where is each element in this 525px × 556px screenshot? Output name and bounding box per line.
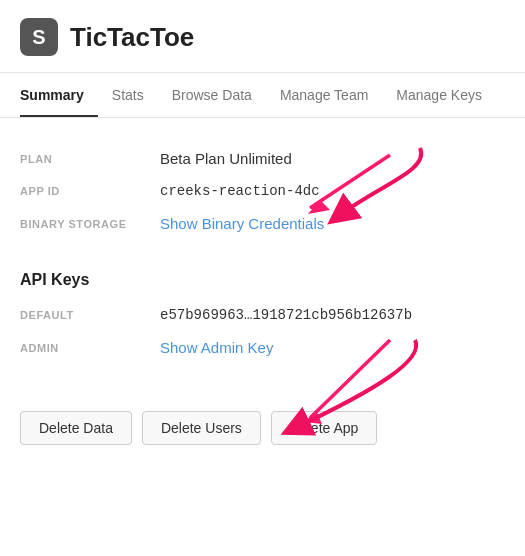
app-id-label: APP ID bbox=[20, 175, 160, 207]
default-key-label: DEFAULT bbox=[20, 299, 160, 331]
nav-tabs: Summary Stats Browse Data Manage Team Ma… bbox=[0, 73, 525, 118]
default-key-value: e57b969963…1918721cb956b12637b bbox=[160, 299, 505, 331]
binary-storage-label: BINARY STORAGE bbox=[20, 207, 160, 241]
show-admin-key-link[interactable]: Show Admin Key bbox=[160, 339, 273, 356]
app-icon: S bbox=[20, 18, 58, 56]
admin-key-row: ADMIN Show Admin Key bbox=[20, 331, 505, 365]
plan-value: Beta Plan Unlimited bbox=[160, 142, 505, 175]
tab-browse-data[interactable]: Browse Data bbox=[158, 73, 266, 117]
content-area: PLAN Beta Plan Unlimited APP ID creeks-r… bbox=[0, 118, 525, 465]
show-binary-credentials-link[interactable]: Show Binary Credentials bbox=[160, 215, 324, 232]
api-keys-table: DEFAULT e57b969963…1918721cb956b12637b A… bbox=[20, 299, 505, 365]
delete-app-button[interactable]: Delete App bbox=[271, 411, 378, 445]
api-keys-heading: API Keys bbox=[20, 271, 505, 289]
tab-summary[interactable]: Summary bbox=[20, 73, 98, 117]
admin-key-label: ADMIN bbox=[20, 331, 160, 365]
app-id-row: APP ID creeks-reaction-4dc bbox=[20, 175, 505, 207]
header: S TicTacToe bbox=[0, 0, 525, 73]
delete-data-button[interactable]: Delete Data bbox=[20, 411, 132, 445]
default-key-row: DEFAULT e57b969963…1918721cb956b12637b bbox=[20, 299, 505, 331]
tab-manage-team[interactable]: Manage Team bbox=[266, 73, 382, 117]
delete-users-button[interactable]: Delete Users bbox=[142, 411, 261, 445]
plan-label: PLAN bbox=[20, 142, 160, 175]
app-title: TicTacToe bbox=[70, 22, 194, 53]
tab-manage-keys[interactable]: Manage Keys bbox=[382, 73, 496, 117]
app-id-value: creeks-reaction-4dc bbox=[160, 175, 505, 207]
buttons-row: Delete Data Delete Users Delete App bbox=[20, 395, 505, 445]
binary-storage-row: BINARY STORAGE Show Binary Credentials bbox=[20, 207, 505, 241]
plan-row: PLAN Beta Plan Unlimited bbox=[20, 142, 505, 175]
tab-stats[interactable]: Stats bbox=[98, 73, 158, 117]
app-info-table: PLAN Beta Plan Unlimited APP ID creeks-r… bbox=[20, 142, 505, 241]
